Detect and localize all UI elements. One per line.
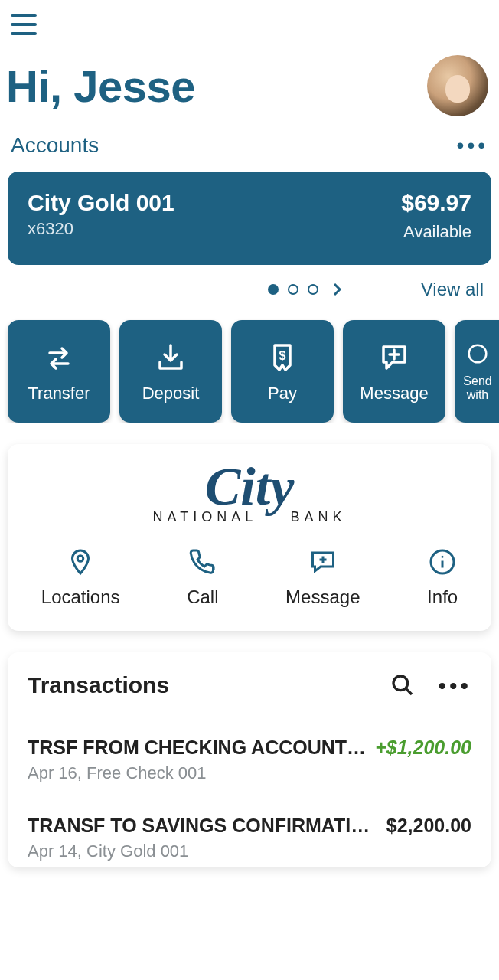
- transaction-amount: +$1,200.00: [375, 737, 471, 759]
- transfer-label: Transfer: [28, 384, 90, 403]
- message-plus-icon: [376, 339, 413, 376]
- bank-logo: City NATIONAL BANK: [8, 462, 491, 525]
- profile-avatar[interactable]: [427, 55, 488, 116]
- pager-dot-1[interactable]: [268, 284, 279, 295]
- account-card[interactable]: City Gold 001 x6320 $69.97 Available: [8, 172, 491, 265]
- message-button[interactable]: Message: [343, 320, 445, 423]
- deposit-icon: [152, 339, 189, 376]
- call-label: Call: [187, 586, 218, 608]
- pager-dot-3[interactable]: [308, 284, 318, 295]
- send-button[interactable]: Send with: [455, 320, 499, 423]
- send-icon: [465, 341, 491, 367]
- menu-button[interactable]: [11, 14, 37, 35]
- deposit-label: Deposit: [142, 384, 200, 403]
- pay-icon: $: [264, 339, 301, 376]
- transaction-row[interactable]: TRSF FROM CHECKING ACCOUNT 1… +$1,200.00…: [28, 721, 471, 799]
- svg-point-6: [393, 676, 408, 691]
- view-all-link[interactable]: View all: [421, 279, 484, 300]
- bank-message-button[interactable]: Message: [285, 548, 360, 608]
- call-button[interactable]: Call: [187, 548, 218, 608]
- quick-actions-row: Transfer Deposit $ Pay Message Send with: [0, 300, 499, 423]
- account-name: City Gold 001: [28, 190, 174, 216]
- transactions-card: Transactions ••• TRSF FROM CHECKING ACCO…: [8, 652, 491, 867]
- pin-icon: [67, 548, 94, 576]
- greeting-text: Hi, Jesse: [6, 60, 195, 112]
- message-plus-icon: [309, 548, 337, 576]
- info-icon: [429, 548, 456, 576]
- pager-dot-2[interactable]: [288, 284, 298, 295]
- transaction-row[interactable]: TRANSF TO SAVINGS CONFIRMATIO… $2,200.00…: [28, 799, 471, 867]
- account-balance: $69.97: [401, 190, 471, 216]
- transaction-desc: TRSF FROM CHECKING ACCOUNT 1…: [28, 737, 366, 759]
- transactions-more-button[interactable]: •••: [438, 680, 471, 691]
- info-label: Info: [427, 586, 458, 608]
- accounts-heading: Accounts: [11, 133, 99, 158]
- search-icon[interactable]: [390, 673, 415, 697]
- transfer-icon: [41, 339, 77, 376]
- account-mask: x6320: [28, 219, 174, 239]
- bank-logo-sub: NATIONAL BANK: [8, 509, 491, 525]
- bank-info-card: City NATIONAL BANK Locations Call Messag…: [8, 444, 491, 631]
- pay-label: Pay: [268, 384, 297, 403]
- transfer-button[interactable]: Transfer: [8, 320, 110, 423]
- bank-logo-main: City: [205, 457, 295, 516]
- svg-line-7: [406, 688, 412, 694]
- phone-icon: [189, 548, 217, 576]
- message-label: Message: [360, 384, 428, 403]
- locations-button[interactable]: Locations: [41, 548, 120, 608]
- transaction-amount: $2,200.00: [386, 815, 471, 837]
- bank-message-label: Message: [285, 586, 360, 608]
- info-button[interactable]: Info: [427, 548, 458, 608]
- locations-label: Locations: [41, 586, 120, 608]
- accounts-more-button[interactable]: •••: [457, 135, 488, 156]
- svg-point-2: [77, 556, 83, 562]
- svg-point-5: [442, 556, 444, 558]
- account-balance-label: Available: [401, 222, 471, 242]
- pager-next-icon[interactable]: [328, 280, 346, 299]
- pay-button[interactable]: $ Pay: [231, 320, 334, 423]
- svg-text:$: $: [279, 349, 286, 362]
- transaction-sub: Apr 14, City Gold 001: [28, 841, 471, 861]
- deposit-button[interactable]: Deposit: [119, 320, 222, 423]
- send-label: Send with: [455, 374, 499, 401]
- account-pager: [268, 280, 346, 299]
- transaction-desc: TRANSF TO SAVINGS CONFIRMATIO…: [28, 815, 377, 837]
- transaction-sub: Apr 16, Free Check 001: [28, 763, 471, 783]
- transactions-heading: Transactions: [28, 672, 169, 698]
- svg-point-1: [469, 345, 487, 363]
